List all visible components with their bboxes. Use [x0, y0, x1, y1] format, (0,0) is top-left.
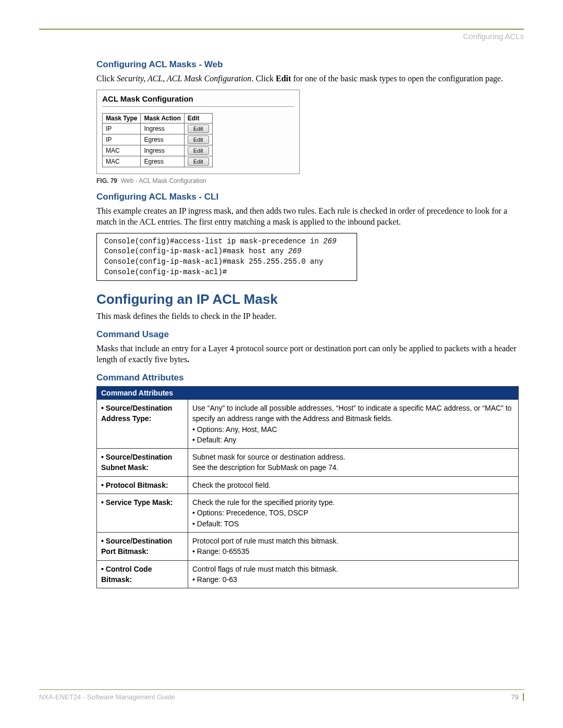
text: Masks that include an entry for a Layer … — [96, 344, 517, 364]
cli-block: Console(config)#access-list ip mask-prec… — [96, 233, 357, 281]
table-row: • Control Code Bitmask: Control flags of… — [97, 560, 519, 588]
col-edit: Edit — [184, 113, 212, 123]
panel-title: ACL Mask Configuration — [102, 94, 294, 103]
paragraph-ip-intro: This mask defines the fields to check in… — [96, 311, 519, 322]
table-header: Command Attributes — [97, 386, 519, 399]
cell-type: MAC — [103, 156, 141, 167]
text: . Click — [251, 74, 276, 83]
table-row: IP Ingress Edit — [103, 123, 213, 134]
attr-desc: Protocol port of rule must match this bi… — [192, 537, 338, 545]
acl-mask-table: Mask Type Mask Action Edit IP Ingress Ed… — [102, 113, 213, 167]
cell-type: MAC — [103, 145, 141, 156]
edit-button[interactable]: Edit — [188, 125, 209, 133]
attr-name: Source/Destination Port Bitmask: — [101, 537, 172, 556]
attr-name: Control Code Bitmask: — [101, 565, 152, 584]
attr-extra: See the description for SubMask on page … — [192, 463, 338, 472]
cell-action: Ingress — [141, 123, 184, 134]
cli-line: Console(config-ip-mask-acl)#mask 255.255… — [104, 257, 323, 266]
cli-arg: 269 — [288, 247, 301, 255]
attr-sub: Default: TOS — [192, 520, 239, 528]
attr-name: Source/Destination Address Type: — [101, 404, 172, 423]
attr-desc: Subnet mask for source or destination ad… — [192, 453, 345, 461]
attr-sub: Default: Any — [192, 436, 236, 444]
attr-desc: Use “Any” to include all possible addres… — [192, 404, 511, 423]
edit-button[interactable]: Edit — [188, 157, 209, 166]
table-row: IP Egress Edit — [103, 134, 213, 145]
attr-name: Source/Destination Subnet Mask: — [101, 453, 172, 472]
cell-type: IP — [103, 123, 141, 134]
table-row: MAC Ingress Edit — [103, 145, 213, 156]
cell-type: IP — [103, 134, 141, 145]
figure-text: Web - ACL Mask Configuration — [121, 177, 206, 184]
cell-action: Ingress — [141, 145, 184, 156]
edit-word: Edit — [276, 74, 291, 83]
attr-sub: Options: Any, Host, MAC — [192, 425, 277, 434]
paragraph-web-intro: Click Security, ACL, ACL Mask Configurat… — [96, 73, 519, 84]
attr-desc: Check the rule for the specified priorit… — [192, 498, 335, 507]
cli-arg: 269 — [323, 237, 336, 245]
command-attributes-table: Command Attributes • Source/Destination … — [96, 386, 519, 588]
text: . — [187, 355, 189, 364]
chapter-title: Configuring ACLs — [39, 32, 524, 41]
text: for one of the basic mask types to open … — [291, 74, 503, 83]
table-row: • Service Type Mask: Check the rule for … — [97, 494, 519, 533]
figure-number: FIG. 79 — [96, 177, 117, 184]
menu-path: Security, ACL, ACL Mask Configuration — [117, 74, 252, 83]
heading-web: Configuring ACL Masks - Web — [96, 59, 519, 70]
cell-action: Egress — [141, 134, 184, 145]
attr-name: Protocol Bitmask: — [106, 481, 168, 489]
paragraph-command-usage: Masks that include an entry for a Layer … — [96, 343, 519, 365]
text: Click — [96, 74, 117, 83]
cli-line: Console(config-ip-mask-acl)#mask host an… — [104, 247, 288, 255]
table-row: • Protocol Bitmask: Check the protocol f… — [97, 476, 519, 493]
heading-command-attributes: Command Attributes — [96, 373, 519, 383]
cell-action: Egress — [141, 156, 184, 167]
cli-line: Console(config)#access-list ip mask-prec… — [104, 237, 323, 245]
cli-line: Console(config-ip-mask-acl)# — [104, 268, 227, 276]
attr-desc: Check the protocol field. — [192, 481, 271, 489]
attr-name: Service Type Mask: — [106, 498, 173, 507]
attr-sub: Range: 0-65535 — [192, 547, 249, 556]
col-mask-type: Mask Type — [103, 113, 141, 123]
page-number: 79 — [511, 693, 524, 701]
table-row: • Source/Destination Address Type: Use “… — [97, 399, 519, 448]
attr-sub: Range: 0-63 — [192, 575, 237, 584]
attr-desc: Control flags of rule must match this bi… — [192, 565, 338, 573]
paragraph-cli-intro: This example creates an IP ingress mask,… — [96, 205, 519, 228]
heading-command-usage: Command Usage — [96, 329, 519, 340]
footer-left: NXA-ENET24 - Software Management Guide — [39, 693, 175, 701]
table-row: • Source/Destination Subnet Mask: Subnet… — [97, 449, 519, 477]
col-mask-action: Mask Action — [141, 113, 184, 123]
table-row: • Source/Destination Port Bitmask: Proto… — [97, 532, 519, 560]
heading-ip-acl: Configuring an IP ACL Mask — [96, 291, 519, 307]
figure-caption: FIG. 79 Web - ACL Mask Configuration — [96, 177, 519, 184]
acl-mask-panel: ACL Mask Configuration Mask Type Mask Ac… — [96, 90, 300, 174]
heading-cli: Configuring ACL Masks - CLI — [96, 192, 519, 202]
edit-button[interactable]: Edit — [188, 135, 209, 144]
table-row: MAC Egress Edit — [103, 156, 213, 167]
attr-sub: Options: Precedence, TOS, DSCP — [192, 509, 308, 517]
edit-button[interactable]: Edit — [188, 146, 209, 155]
page-footer: NXA-ENET24 - Software Management Guide 7… — [39, 689, 524, 701]
